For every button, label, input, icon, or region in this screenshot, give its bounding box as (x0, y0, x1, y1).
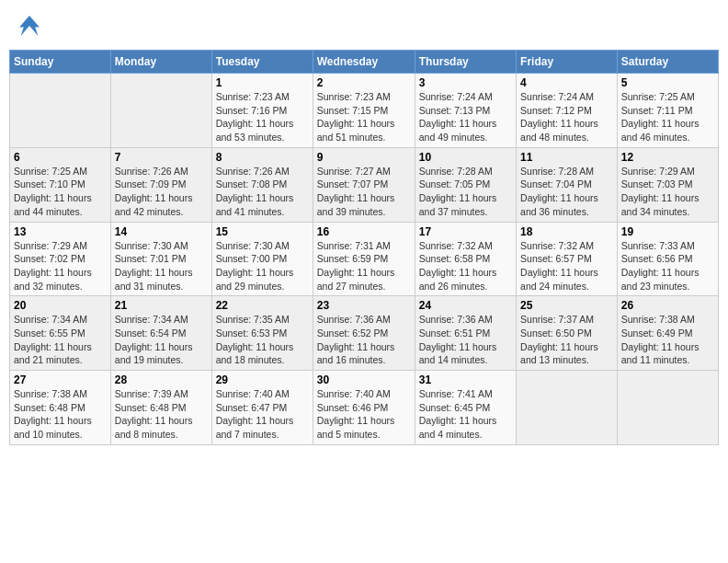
calendar-cell: 28Sunrise: 7:39 AM Sunset: 6:48 PM Dayli… (110, 371, 211, 445)
day-number: 12 (621, 151, 714, 164)
calendar-week-row: 13Sunrise: 7:29 AM Sunset: 7:02 PM Dayli… (10, 222, 719, 296)
calendar-cell: 13Sunrise: 7:29 AM Sunset: 7:02 PM Dayli… (10, 222, 111, 296)
day-number: 22 (216, 299, 309, 312)
calendar-cell: 16Sunrise: 7:31 AM Sunset: 6:59 PM Dayli… (313, 222, 415, 296)
day-number: 21 (115, 299, 208, 312)
day-info: Sunrise: 7:28 AM Sunset: 7:04 PM Dayligh… (520, 165, 613, 219)
day-info: Sunrise: 7:24 AM Sunset: 7:12 PM Dayligh… (520, 90, 613, 144)
day-number: 2 (317, 76, 411, 89)
calendar-cell: 9Sunrise: 7:27 AM Sunset: 7:07 PM Daylig… (313, 147, 415, 222)
calendar-cell: 20Sunrise: 7:34 AM Sunset: 6:55 PM Dayli… (10, 296, 111, 371)
calendar-cell: 12Sunrise: 7:29 AM Sunset: 7:03 PM Dayli… (617, 147, 718, 222)
day-info: Sunrise: 7:40 AM Sunset: 6:46 PM Dayligh… (317, 387, 411, 442)
page-header (9, 9, 719, 42)
calendar-cell: 17Sunrise: 7:32 AM Sunset: 6:58 PM Dayli… (415, 222, 516, 296)
calendar-week-row: 20Sunrise: 7:34 AM Sunset: 6:55 PM Dayli… (10, 296, 719, 371)
calendar-header-monday: Monday (110, 51, 211, 74)
day-info: Sunrise: 7:36 AM Sunset: 6:51 PM Dayligh… (419, 313, 512, 367)
calendar-table: SundayMondayTuesdayWednesdayThursdayFrid… (9, 50, 719, 445)
day-number: 29 (216, 373, 309, 386)
day-number: 30 (317, 373, 411, 386)
calendar-week-row: 6Sunrise: 7:25 AM Sunset: 7:10 PM Daylig… (10, 147, 719, 222)
calendar-cell: 26Sunrise: 7:38 AM Sunset: 6:49 PM Dayli… (617, 296, 718, 371)
day-info: Sunrise: 7:26 AM Sunset: 7:08 PM Dayligh… (216, 165, 309, 219)
day-info: Sunrise: 7:38 AM Sunset: 6:49 PM Dayligh… (621, 313, 714, 367)
calendar-cell (10, 74, 111, 148)
day-number: 27 (14, 373, 107, 386)
day-number: 15 (216, 225, 309, 238)
calendar-cell (517, 371, 618, 445)
day-info: Sunrise: 7:24 AM Sunset: 7:13 PM Dayligh… (419, 90, 512, 144)
day-info: Sunrise: 7:39 AM Sunset: 6:48 PM Dayligh… (115, 387, 208, 442)
day-info: Sunrise: 7:25 AM Sunset: 7:11 PM Dayligh… (621, 90, 714, 144)
day-number: 25 (520, 299, 613, 312)
calendar-week-row: 27Sunrise: 7:38 AM Sunset: 6:48 PM Dayli… (10, 371, 719, 445)
calendar-header-row: SundayMondayTuesdayWednesdayThursdayFrid… (10, 51, 719, 74)
calendar-cell: 15Sunrise: 7:30 AM Sunset: 7:00 PM Dayli… (211, 222, 313, 296)
svg-marker-0 (19, 16, 40, 36)
day-number: 7 (115, 151, 208, 164)
day-number: 5 (621, 76, 714, 89)
day-info: Sunrise: 7:32 AM Sunset: 6:58 PM Dayligh… (419, 239, 512, 293)
day-info: Sunrise: 7:34 AM Sunset: 6:54 PM Dayligh… (115, 313, 208, 367)
day-info: Sunrise: 7:29 AM Sunset: 7:02 PM Dayligh… (14, 239, 107, 293)
day-number: 17 (419, 225, 512, 238)
calendar-header-saturday: Saturday (617, 51, 718, 74)
calendar-cell: 10Sunrise: 7:28 AM Sunset: 7:05 PM Dayli… (415, 147, 516, 222)
day-info: Sunrise: 7:30 AM Sunset: 7:01 PM Dayligh… (115, 239, 208, 293)
day-info: Sunrise: 7:31 AM Sunset: 6:59 PM Dayligh… (317, 239, 411, 293)
day-info: Sunrise: 7:34 AM Sunset: 6:55 PM Dayligh… (14, 313, 107, 367)
calendar-cell: 21Sunrise: 7:34 AM Sunset: 6:54 PM Dayli… (110, 296, 211, 371)
calendar-cell: 25Sunrise: 7:37 AM Sunset: 6:50 PM Dayli… (517, 296, 618, 371)
calendar-cell (617, 371, 718, 445)
day-number: 8 (216, 151, 309, 164)
day-info: Sunrise: 7:28 AM Sunset: 7:05 PM Dayligh… (419, 165, 512, 219)
calendar-cell: 27Sunrise: 7:38 AM Sunset: 6:48 PM Dayli… (10, 371, 111, 445)
calendar-cell: 31Sunrise: 7:41 AM Sunset: 6:45 PM Dayli… (415, 371, 516, 445)
day-info: Sunrise: 7:32 AM Sunset: 6:57 PM Dayligh… (520, 239, 613, 293)
calendar-cell: 3Sunrise: 7:24 AM Sunset: 7:13 PM Daylig… (415, 74, 516, 148)
day-info: Sunrise: 7:26 AM Sunset: 7:09 PM Dayligh… (115, 165, 208, 219)
calendar-cell: 7Sunrise: 7:26 AM Sunset: 7:09 PM Daylig… (110, 147, 211, 222)
day-info: Sunrise: 7:23 AM Sunset: 7:16 PM Dayligh… (216, 90, 309, 144)
day-info: Sunrise: 7:25 AM Sunset: 7:10 PM Dayligh… (14, 165, 107, 219)
calendar-cell: 18Sunrise: 7:32 AM Sunset: 6:57 PM Dayli… (517, 222, 618, 296)
day-number: 6 (14, 151, 107, 164)
day-number: 13 (14, 225, 107, 238)
calendar-cell: 14Sunrise: 7:30 AM Sunset: 7:01 PM Dayli… (110, 222, 211, 296)
calendar-cell: 22Sunrise: 7:35 AM Sunset: 6:53 PM Dayli… (211, 296, 313, 371)
day-number: 31 (419, 373, 512, 386)
calendar-header-friday: Friday (517, 51, 618, 74)
day-info: Sunrise: 7:37 AM Sunset: 6:50 PM Dayligh… (520, 313, 613, 367)
day-number: 3 (419, 76, 512, 89)
calendar-cell: 5Sunrise: 7:25 AM Sunset: 7:11 PM Daylig… (617, 74, 718, 148)
calendar-cell: 8Sunrise: 7:26 AM Sunset: 7:08 PM Daylig… (211, 147, 313, 222)
calendar-cell: 30Sunrise: 7:40 AM Sunset: 6:46 PM Dayli… (313, 371, 415, 445)
day-number: 4 (520, 76, 613, 89)
day-info: Sunrise: 7:38 AM Sunset: 6:48 PM Dayligh… (14, 387, 107, 442)
day-number: 26 (621, 299, 714, 312)
day-info: Sunrise: 7:40 AM Sunset: 6:47 PM Dayligh… (216, 387, 309, 442)
calendar-cell: 1Sunrise: 7:23 AM Sunset: 7:16 PM Daylig… (211, 74, 313, 148)
calendar-cell: 29Sunrise: 7:40 AM Sunset: 6:47 PM Dayli… (211, 371, 313, 445)
calendar-header-sunday: Sunday (10, 51, 111, 74)
calendar-cell: 6Sunrise: 7:25 AM Sunset: 7:10 PM Daylig… (10, 147, 111, 222)
day-info: Sunrise: 7:35 AM Sunset: 6:53 PM Dayligh… (216, 313, 309, 367)
day-number: 14 (115, 225, 208, 238)
calendar-cell (110, 74, 211, 148)
day-info: Sunrise: 7:30 AM Sunset: 7:00 PM Dayligh… (216, 239, 309, 293)
calendar-cell: 4Sunrise: 7:24 AM Sunset: 7:12 PM Daylig… (517, 74, 618, 148)
calendar-week-row: 1Sunrise: 7:23 AM Sunset: 7:16 PM Daylig… (10, 74, 719, 148)
day-number: 20 (14, 299, 107, 312)
day-number: 1 (216, 76, 309, 89)
day-number: 11 (520, 151, 613, 164)
calendar-cell: 24Sunrise: 7:36 AM Sunset: 6:51 PM Dayli… (415, 296, 516, 371)
day-number: 28 (115, 373, 208, 386)
day-info: Sunrise: 7:41 AM Sunset: 6:45 PM Dayligh… (419, 387, 512, 442)
calendar-header-thursday: Thursday (415, 51, 516, 74)
logo-icon (17, 13, 42, 39)
day-number: 10 (419, 151, 512, 164)
calendar-cell: 2Sunrise: 7:23 AM Sunset: 7:15 PM Daylig… (313, 74, 415, 148)
day-number: 19 (621, 225, 714, 238)
calendar-cell: 23Sunrise: 7:36 AM Sunset: 6:52 PM Dayli… (313, 296, 415, 371)
